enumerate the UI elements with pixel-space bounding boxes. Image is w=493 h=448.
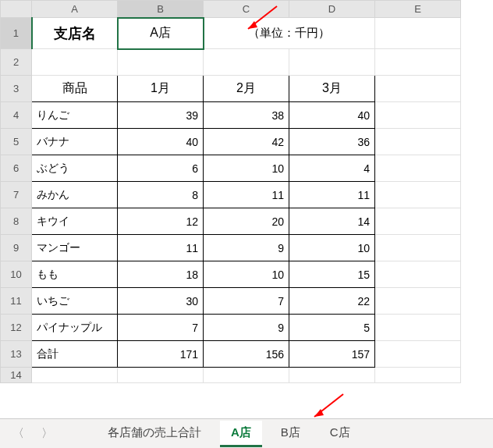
- row-header-10[interactable]: 10: [1, 261, 32, 288]
- table-row[interactable]: 18: [118, 261, 204, 288]
- sheet-tab[interactable]: A店: [220, 421, 262, 447]
- row-header-14[interactable]: 14: [1, 368, 32, 383]
- total-row[interactable]: 156: [204, 341, 289, 368]
- th-month2[interactable]: 2月: [204, 76, 289, 102]
- col-header-A[interactable]: A: [32, 1, 118, 18]
- table-row[interactable]: 10: [289, 235, 375, 261]
- svg-marker-3: [314, 409, 324, 417]
- col-header-B[interactable]: B: [118, 1, 204, 18]
- sheet-tab[interactable]: C店: [319, 421, 361, 447]
- sheet-tab-bar: 〈 〉 各店舗の売上合計 A店 B店 C店: [0, 418, 493, 448]
- cell-A2[interactable]: [32, 49, 118, 76]
- table-row[interactable]: 40: [289, 102, 375, 129]
- col-header-C[interactable]: C: [204, 1, 289, 18]
- row-header-3[interactable]: 3: [1, 76, 32, 102]
- table-row[interactable]: 38: [204, 102, 289, 129]
- row-header-5[interactable]: 5: [1, 129, 32, 155]
- units-cell[interactable]: （単位：千円）: [204, 18, 375, 49]
- table-row[interactable]: 9: [204, 235, 289, 261]
- table-row[interactable]: 42: [204, 129, 289, 155]
- branch-label-cell[interactable]: 支店名: [32, 18, 118, 49]
- table-row[interactable]: いちご: [32, 288, 118, 315]
- table-row[interactable]: 40: [118, 129, 204, 155]
- tab-nav-prev[interactable]: 〈: [8, 426, 29, 441]
- row-header-12[interactable]: 12: [1, 315, 32, 341]
- row-header-6[interactable]: 6: [1, 155, 32, 182]
- select-all-corner[interactable]: [1, 1, 32, 18]
- table-row[interactable]: キウイ: [32, 208, 118, 235]
- col-header-E[interactable]: E: [375, 1, 461, 18]
- cell-E1[interactable]: [375, 18, 461, 49]
- table-row[interactable]: みかん: [32, 182, 118, 208]
- table-row[interactable]: 7: [118, 315, 204, 341]
- table-row[interactable]: 14: [289, 208, 375, 235]
- total-row[interactable]: 171: [118, 341, 204, 368]
- table-row[interactable]: 36: [289, 129, 375, 155]
- row-header-1[interactable]: 1: [1, 18, 32, 49]
- table-row[interactable]: 12: [118, 208, 204, 235]
- table-row[interactable]: バナナ: [32, 129, 118, 155]
- cell-C2[interactable]: [204, 49, 289, 76]
- table-row[interactable]: 39: [118, 102, 204, 129]
- table-row[interactable]: 10: [204, 261, 289, 288]
- table-row[interactable]: 20: [204, 208, 289, 235]
- cell-E2[interactable]: [375, 49, 461, 76]
- tab-nav-next[interactable]: 〉: [37, 426, 58, 441]
- row-header-7[interactable]: 7: [1, 182, 32, 208]
- th-product[interactable]: 商品: [32, 76, 118, 102]
- row-header-11[interactable]: 11: [1, 288, 32, 315]
- table-row[interactable]: 15: [289, 261, 375, 288]
- table-row[interactable]: 11: [118, 235, 204, 261]
- total-row[interactable]: 157: [289, 341, 375, 368]
- table-row[interactable]: 6: [118, 155, 204, 182]
- table-row[interactable]: 7: [204, 288, 289, 315]
- row-header-8[interactable]: 8: [1, 208, 32, 235]
- table-row[interactable]: 11: [204, 182, 289, 208]
- th-month1[interactable]: 1月: [118, 76, 204, 102]
- svg-line-2: [314, 394, 343, 417]
- table-row[interactable]: 8: [118, 182, 204, 208]
- cell-B2[interactable]: [118, 49, 204, 76]
- row-header-4[interactable]: 4: [1, 102, 32, 129]
- table-row[interactable]: 10: [204, 155, 289, 182]
- table-row[interactable]: パイナップル: [32, 315, 118, 341]
- table-row[interactable]: ぶどう: [32, 155, 118, 182]
- table-row[interactable]: 22: [289, 288, 375, 315]
- row-header-9[interactable]: 9: [1, 235, 32, 261]
- sheet-tab[interactable]: 各店舗の売上合計: [97, 421, 212, 447]
- th-month3[interactable]: 3月: [289, 76, 375, 102]
- table-row[interactable]: 4: [289, 155, 375, 182]
- row-header-2[interactable]: 2: [1, 49, 32, 76]
- table-row[interactable]: 9: [204, 315, 289, 341]
- table-row[interactable]: 30: [118, 288, 204, 315]
- table-row[interactable]: りんご: [32, 102, 118, 129]
- table-row[interactable]: もも: [32, 261, 118, 288]
- sheet-tab[interactable]: B店: [270, 421, 311, 447]
- row-header-13[interactable]: 13: [1, 341, 32, 368]
- spreadsheet-grid[interactable]: A B C D E 1 支店名 A店 （単位：千円） 2 3 商品 1月 2月 …: [0, 0, 461, 383]
- table-row[interactable]: マンゴー: [32, 235, 118, 261]
- table-row[interactable]: 5: [289, 315, 375, 341]
- cell-E3[interactable]: [375, 76, 461, 102]
- branch-value-cell[interactable]: A店: [118, 18, 204, 49]
- cell-D2[interactable]: [289, 49, 375, 76]
- col-header-D[interactable]: D: [289, 1, 375, 18]
- total-row-label[interactable]: 合計: [32, 341, 118, 368]
- table-row[interactable]: 11: [289, 182, 375, 208]
